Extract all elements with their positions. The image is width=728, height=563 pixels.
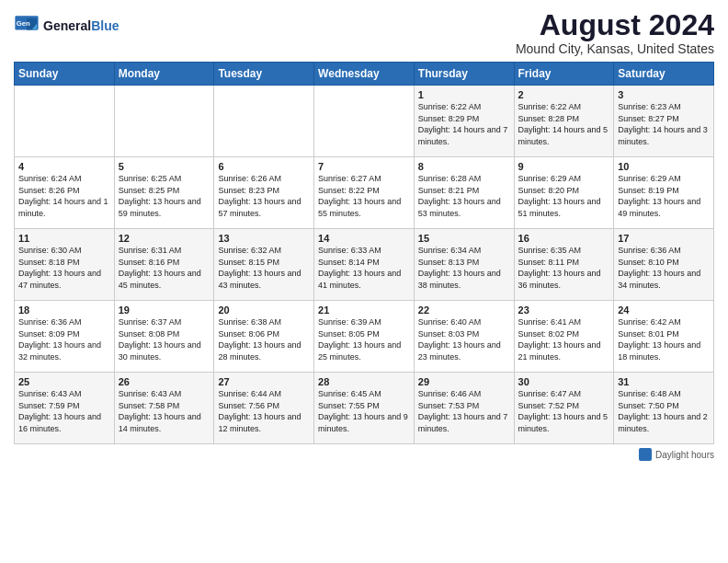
day-number: 15	[418, 233, 510, 244]
calendar-cell: 8Sunrise: 6:28 AMSunset: 8:21 PMDaylight…	[414, 157, 514, 229]
day-number: 22	[418, 304, 510, 316]
day-info: Sunrise: 6:44 AMSunset: 7:56 PMDaylight:…	[218, 388, 310, 434]
calendar-cell: 19Sunrise: 6:37 AMSunset: 8:08 PMDayligh…	[114, 301, 214, 373]
day-number: 25	[18, 376, 110, 387]
day-number: 2	[518, 89, 610, 100]
day-number: 29	[418, 376, 510, 387]
day-info: Sunrise: 6:42 AMSunset: 8:01 PMDaylight:…	[618, 316, 710, 362]
day-number: 31	[618, 376, 710, 387]
calendar-cell: 28Sunrise: 6:45 AMSunset: 7:55 PMDayligh…	[314, 373, 415, 444]
day-number: 21	[318, 304, 410, 316]
day-info: Sunrise: 6:24 AMSunset: 8:26 PMDaylight:…	[18, 173, 110, 219]
calendar-cell: 15Sunrise: 6:34 AMSunset: 8:13 PMDayligh…	[414, 229, 514, 301]
logo: Gen GeneralBlue	[14, 13, 119, 39]
calendar-cell: 23Sunrise: 6:41 AMSunset: 8:02 PMDayligh…	[514, 301, 614, 373]
calendar-cell: 4Sunrise: 6:24 AMSunset: 8:26 PMDaylight…	[15, 157, 115, 229]
day-info: Sunrise: 6:27 AMSunset: 8:22 PMDaylight:…	[318, 173, 410, 219]
calendar-cell: 3Sunrise: 6:23 AMSunset: 8:27 PMDaylight…	[614, 86, 714, 157]
day-number: 16	[518, 233, 610, 244]
day-info: Sunrise: 6:41 AMSunset: 8:02 PMDaylight:…	[518, 316, 610, 362]
calendar-cell: 24Sunrise: 6:42 AMSunset: 8:01 PMDayligh…	[614, 301, 714, 373]
day-info: Sunrise: 6:36 AMSunset: 8:09 PMDaylight:…	[18, 316, 110, 362]
day-info: Sunrise: 6:39 AMSunset: 8:05 PMDaylight:…	[318, 316, 410, 362]
day-number: 20	[218, 304, 310, 316]
day-info: Sunrise: 6:29 AMSunset: 8:19 PMDaylight:…	[618, 173, 710, 219]
calendar-week-2: 4Sunrise: 6:24 AMSunset: 8:26 PMDaylight…	[15, 157, 714, 229]
calendar-cell	[314, 86, 415, 157]
day-number: 3	[618, 89, 710, 100]
day-number: 8	[418, 161, 510, 172]
weekday-header-monday: Monday	[114, 63, 214, 86]
weekday-header-row: SundayMondayTuesdayWednesdayThursdayFrid…	[15, 63, 714, 86]
weekday-header-sunday: Sunday	[15, 63, 115, 86]
day-number: 7	[318, 161, 410, 172]
calendar-cell: 12Sunrise: 6:31 AMSunset: 8:16 PMDayligh…	[114, 229, 214, 301]
calendar-week-4: 18Sunrise: 6:36 AMSunset: 8:09 PMDayligh…	[15, 301, 714, 373]
calendar-cell: 26Sunrise: 6:43 AMSunset: 7:58 PMDayligh…	[114, 373, 214, 444]
calendar-cell: 31Sunrise: 6:48 AMSunset: 7:50 PMDayligh…	[614, 373, 714, 444]
footer: Daylight hours	[14, 448, 714, 461]
calendar-cell: 11Sunrise: 6:30 AMSunset: 8:18 PMDayligh…	[15, 229, 115, 301]
day-number: 30	[518, 376, 610, 387]
calendar-cell: 13Sunrise: 6:32 AMSunset: 8:15 PMDayligh…	[214, 229, 314, 301]
calendar-cell: 27Sunrise: 6:44 AMSunset: 7:56 PMDayligh…	[214, 373, 314, 444]
calendar-cell: 25Sunrise: 6:43 AMSunset: 7:59 PMDayligh…	[15, 373, 115, 444]
day-info: Sunrise: 6:45 AMSunset: 7:55 PMDaylight:…	[318, 388, 410, 434]
day-info: Sunrise: 6:32 AMSunset: 8:15 PMDaylight:…	[218, 245, 310, 291]
day-info: Sunrise: 6:25 AMSunset: 8:25 PMDaylight:…	[119, 173, 210, 219]
day-info: Sunrise: 6:23 AMSunset: 8:27 PMDaylight:…	[618, 101, 710, 147]
day-info: Sunrise: 6:29 AMSunset: 8:20 PMDaylight:…	[518, 173, 610, 219]
day-info: Sunrise: 6:30 AMSunset: 8:18 PMDaylight:…	[18, 245, 110, 291]
calendar-cell: 6Sunrise: 6:26 AMSunset: 8:23 PMDaylight…	[214, 157, 314, 229]
day-number: 6	[218, 161, 310, 172]
calendar-cell: 5Sunrise: 6:25 AMSunset: 8:25 PMDaylight…	[114, 157, 214, 229]
calendar-cell: 18Sunrise: 6:36 AMSunset: 8:09 PMDayligh…	[15, 301, 115, 373]
day-info: Sunrise: 6:46 AMSunset: 7:53 PMDaylight:…	[418, 388, 510, 434]
day-info: Sunrise: 6:28 AMSunset: 8:21 PMDaylight:…	[418, 173, 510, 219]
page-container: Gen GeneralBlue August 2024 Mound City, …	[0, 0, 728, 470]
calendar-cell: 1Sunrise: 6:22 AMSunset: 8:29 PMDaylight…	[414, 86, 514, 157]
day-number: 13	[218, 233, 310, 244]
calendar-cell: 16Sunrise: 6:35 AMSunset: 8:11 PMDayligh…	[514, 229, 614, 301]
calendar-cell: 21Sunrise: 6:39 AMSunset: 8:05 PMDayligh…	[314, 301, 415, 373]
calendar-cell: 20Sunrise: 6:38 AMSunset: 8:06 PMDayligh…	[214, 301, 314, 373]
day-info: Sunrise: 6:35 AMSunset: 8:11 PMDaylight:…	[518, 245, 610, 291]
legend: Daylight hours	[639, 448, 714, 461]
day-number: 19	[119, 304, 210, 316]
weekday-header-thursday: Thursday	[414, 63, 514, 86]
day-number: 28	[318, 376, 410, 387]
day-info: Sunrise: 6:37 AMSunset: 8:08 PMDaylight:…	[119, 316, 210, 362]
day-number: 12	[119, 233, 210, 244]
calendar-cell	[214, 86, 314, 157]
day-info: Sunrise: 6:36 AMSunset: 8:10 PMDaylight:…	[618, 245, 710, 291]
day-number: 10	[618, 161, 710, 172]
legend-color-swatch	[639, 448, 652, 461]
weekday-header-friday: Friday	[514, 63, 614, 86]
weekday-header-wednesday: Wednesday	[314, 63, 415, 86]
day-number: 17	[618, 233, 710, 244]
legend-label: Daylight hours	[655, 450, 714, 460]
calendar-cell: 30Sunrise: 6:47 AMSunset: 7:52 PMDayligh…	[514, 373, 614, 444]
day-info: Sunrise: 6:22 AMSunset: 8:29 PMDaylight:…	[418, 101, 510, 147]
day-number: 1	[418, 89, 510, 100]
main-title: August 2024	[516, 9, 714, 41]
day-number: 5	[119, 161, 210, 172]
calendar-cell: 2Sunrise: 6:22 AMSunset: 8:28 PMDaylight…	[514, 86, 614, 157]
calendar-cell	[114, 86, 214, 157]
calendar-cell: 7Sunrise: 6:27 AMSunset: 8:22 PMDaylight…	[314, 157, 415, 229]
calendar-cell: 9Sunrise: 6:29 AMSunset: 8:20 PMDaylight…	[514, 157, 614, 229]
day-number: 11	[18, 233, 110, 244]
day-info: Sunrise: 6:34 AMSunset: 8:13 PMDaylight:…	[418, 245, 510, 291]
day-number: 27	[218, 376, 310, 387]
day-info: Sunrise: 6:40 AMSunset: 8:03 PMDaylight:…	[418, 316, 510, 362]
weekday-header-saturday: Saturday	[614, 63, 714, 86]
calendar-week-1: 1Sunrise: 6:22 AMSunset: 8:29 PMDaylight…	[15, 86, 714, 157]
title-block: August 2024 Mound City, Kansas, United S…	[516, 9, 714, 56]
calendar-cell: 22Sunrise: 6:40 AMSunset: 8:03 PMDayligh…	[414, 301, 514, 373]
calendar-cell	[15, 86, 115, 157]
day-number: 18	[18, 304, 110, 316]
day-number: 14	[318, 233, 410, 244]
day-info: Sunrise: 6:33 AMSunset: 8:14 PMDaylight:…	[318, 245, 410, 291]
calendar-cell: 29Sunrise: 6:46 AMSunset: 7:53 PMDayligh…	[414, 373, 514, 444]
calendar-week-5: 25Sunrise: 6:43 AMSunset: 7:59 PMDayligh…	[15, 373, 714, 444]
